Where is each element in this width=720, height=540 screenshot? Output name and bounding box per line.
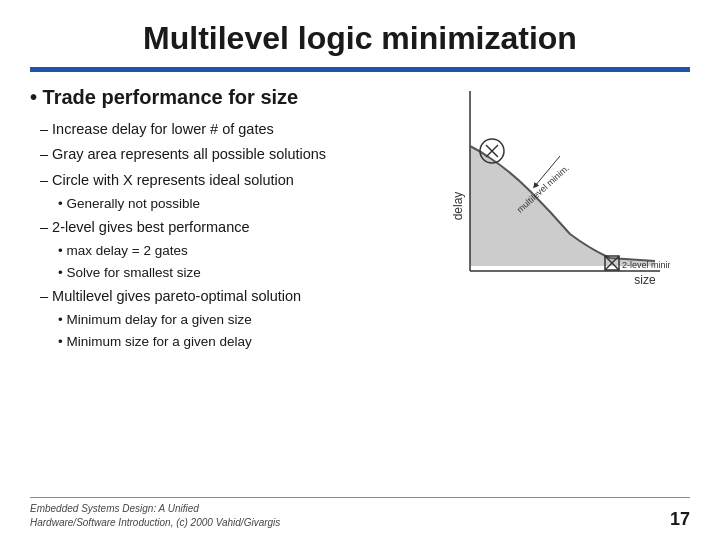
sub-bullet-min-size: Minimum size for a given delay — [30, 333, 440, 352]
content-area: • Trade performance for size Increase de… — [30, 86, 690, 355]
delay-axis-label: delay — [451, 192, 465, 221]
bullet-item-4: 2-level gives best performance — [30, 217, 440, 237]
sub-bullet-min-delay: Minimum delay for a given size — [30, 311, 440, 330]
bullet-list: Increase delay for lower # of gates Gray… — [30, 119, 440, 352]
chart-svg: delay size multilevel minim. 2-level min… — [450, 86, 670, 296]
two-level-label: 2-level minim. — [622, 260, 670, 270]
footer: Embedded Systems Design: A Unified Hardw… — [30, 497, 690, 530]
footer-citation: Embedded Systems Design: A Unified Hardw… — [30, 502, 280, 530]
bullet-item-3: Circle with X represents ideal solution — [30, 170, 440, 190]
bullet-item-2: Gray area represents all possible soluti… — [30, 144, 440, 164]
slide: Multilevel logic minimization • Trade pe… — [0, 0, 720, 540]
text-column: • Trade performance for size Increase de… — [30, 86, 450, 355]
bullet-item-1: Increase delay for lower # of gates — [30, 119, 440, 139]
main-bullet: • Trade performance for size — [30, 86, 440, 109]
bullet-dot: • — [30, 86, 43, 108]
chart-column: delay size multilevel minim. 2-level min… — [450, 86, 690, 300]
blue-divider — [30, 67, 690, 72]
sub-bullet-generally: Generally not possible — [30, 195, 440, 214]
slide-title: Multilevel logic minimization — [30, 20, 690, 57]
sub-bullet-max-delay: max delay = 2 gates — [30, 242, 440, 261]
bullet-item-5: Multilevel gives pareto-optimal solution — [30, 286, 440, 306]
page-number: 17 — [670, 509, 690, 530]
sub-bullet-solve: Solve for smallest size — [30, 264, 440, 283]
size-axis-label: size — [634, 273, 656, 287]
